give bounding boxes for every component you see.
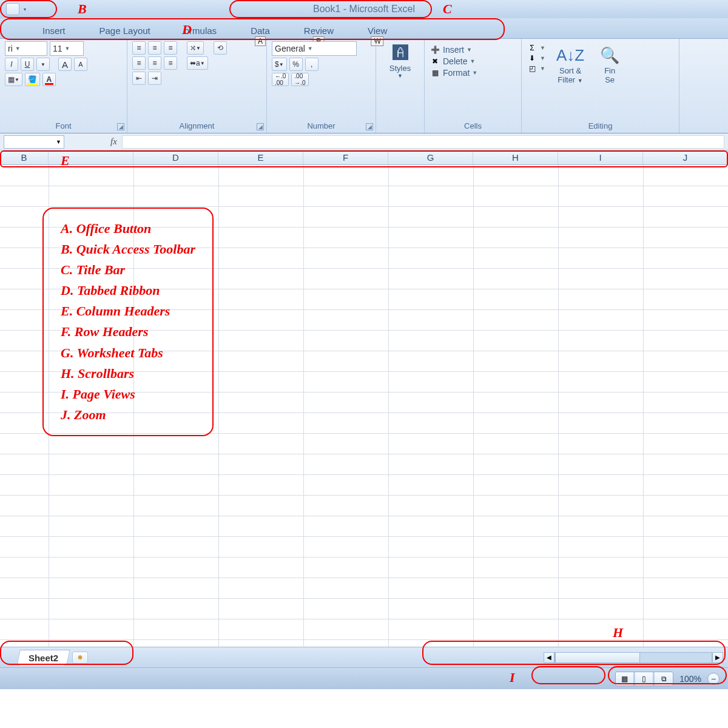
font-name-combo[interactable]: ri▼: [5, 41, 47, 56]
orientation-button[interactable]: ⤭▼: [187, 41, 204, 55]
legend-F: F. Row Headers: [61, 322, 195, 342]
styles-button[interactable]: 🅰 Styles ▼: [381, 41, 419, 81]
group-font: ri▼ 11▼ I U ▼ A A ▦▼ 🪣 A: [0, 39, 127, 133]
fill-button[interactable]: ⬇▼: [527, 54, 545, 62]
autosum-button[interactable]: Σ▼: [527, 44, 545, 52]
anno-circle-I: [531, 666, 605, 684]
anno-circle-A: [0, 0, 57, 18]
anno-C: C: [443, 1, 452, 17]
anno-circle-G: [0, 641, 133, 665]
format-cells-button[interactable]: ▦ Format ▼: [430, 68, 516, 78]
legend-A: A. Office Button: [61, 218, 195, 239]
legend-J: J. Zoom: [61, 405, 195, 425]
bucket-icon: 🪣: [28, 75, 37, 84]
increase-indent-button[interactable]: ⇥: [148, 72, 161, 85]
legend-C: C. Title Bar: [61, 260, 195, 280]
comma-button[interactable]: ,: [305, 58, 318, 71]
decrease-decimal-button[interactable]: .00→.0: [291, 73, 308, 86]
sort-filter-button[interactable]: A↓Z Sort & Filter ▼: [551, 44, 589, 87]
alignment-dialog-launcher[interactable]: ◢: [257, 123, 264, 130]
legend-G: G. Worksheet Tabs: [61, 343, 195, 363]
legend-D: D. Tabbed Ribbon: [61, 280, 195, 301]
worksheet-grid[interactable]: A. Office Button B. Quick Access Toolbar…: [0, 165, 728, 699]
formula-bar: ▼ fx: [0, 133, 728, 150]
format-icon: ▦: [430, 69, 440, 77]
align-bottom-button[interactable]: ≡: [164, 41, 177, 55]
anno-circle-H: [422, 641, 726, 665]
legend-H: H. Scrollbars: [61, 363, 195, 384]
group-editing-label: Editing: [527, 120, 674, 132]
anno-circle-J: [608, 666, 727, 684]
styles-icon: 🅰: [393, 44, 408, 62]
delete-cells-button[interactable]: ✖ Delete ▼: [430, 56, 516, 66]
group-alignment: ≡ ≡ ≡ ⤭▼ ⟲ ≡ ≡ ≡ ⬌a▼ ⇤ ⇥ Alignment ◢: [127, 39, 267, 133]
insert-cells-button[interactable]: ➕ Insert ▼: [430, 45, 516, 55]
anno-B: B: [78, 1, 87, 17]
anno-D: D: [182, 22, 192, 38]
legend-E: E. Column Headers: [61, 301, 195, 322]
group-editing: Σ▼ ⬇▼ ◰▼ A↓Z Sort & Filter ▼ 🔍 Fin Se Ed…: [522, 39, 679, 133]
wrap-text-button[interactable]: ⟲: [214, 41, 227, 55]
fill-color-button[interactable]: 🪣: [25, 73, 40, 86]
shrink-font-button[interactable]: A: [74, 58, 87, 71]
font-color-button[interactable]: A: [42, 73, 56, 86]
delete-icon: ✖: [430, 57, 440, 66]
sort-icon: A↓Z: [556, 46, 584, 65]
number-format-combo[interactable]: General▼: [272, 41, 357, 56]
legend-I: I. Page Views: [61, 384, 195, 405]
align-left-button[interactable]: ≡: [132, 56, 146, 70]
find-select-button[interactable]: 🔍 Fin Se: [595, 44, 624, 87]
anno-H: H: [613, 625, 623, 641]
merge-button[interactable]: ⬌a▼: [187, 56, 208, 70]
fx-label[interactable]: fx: [110, 136, 117, 147]
formula-input[interactable]: [122, 135, 724, 149]
group-cells-label: Cells: [430, 120, 516, 132]
group-number-label: Number: [272, 120, 371, 132]
clear-button[interactable]: ◰▼: [527, 64, 545, 73]
group-font-label: Font: [5, 120, 122, 132]
ribbon: ri▼ 11▼ I U ▼ A A ▦▼ 🪣 A: [0, 39, 728, 133]
name-box[interactable]: ▼: [4, 135, 64, 149]
align-middle-button[interactable]: ≡: [148, 41, 161, 55]
anno-I: I: [510, 670, 515, 686]
align-center-button[interactable]: ≡: [148, 56, 161, 70]
font-size-combo[interactable]: 11▼: [50, 41, 84, 56]
increase-decimal-button[interactable]: ←.0.00: [272, 73, 289, 86]
sigma-icon: Σ: [527, 44, 538, 52]
bottom-filler: [0, 689, 728, 728]
anno-E: E: [61, 153, 70, 169]
currency-button[interactable]: $▼: [272, 58, 287, 71]
percent-button[interactable]: %: [289, 58, 303, 71]
group-number: General▼ $▼ % , ←.0.00 .00→.0 Number ◢: [267, 39, 376, 133]
anno-circle-D: [0, 18, 505, 40]
number-dialog-launcher[interactable]: ◢: [366, 123, 373, 130]
align-right-button[interactable]: ≡: [164, 56, 177, 70]
group-cells: ➕ Insert ▼ ✖ Delete ▼ ▦ Format ▼ Cells: [425, 39, 522, 133]
legend-B: B. Quick Access Toolbar: [61, 239, 195, 260]
anno-circle-E: [0, 150, 728, 167]
group-alignment-label: Alignment: [132, 120, 261, 132]
eraser-icon: ◰: [527, 64, 538, 73]
grow-font-button[interactable]: A: [58, 58, 72, 71]
insert-icon: ➕: [430, 46, 440, 54]
anno-circle-C: [229, 0, 432, 18]
underline-button[interactable]: U: [21, 58, 34, 71]
align-top-button[interactable]: ≡: [132, 41, 146, 55]
decrease-indent-button[interactable]: ⇤: [132, 72, 146, 85]
italic-button[interactable]: I: [5, 58, 18, 71]
legend-box: A. Office Button B. Quick Access Toolbar…: [42, 207, 214, 436]
group-styles: 🅰 Styles ▼: [376, 39, 425, 133]
font-dialog-launcher[interactable]: ◢: [117, 123, 124, 130]
find-icon: 🔍: [600, 46, 619, 65]
border-button[interactable]: ▦▼: [5, 73, 22, 86]
fill-icon: ⬇: [527, 54, 538, 62]
underline-more[interactable]: ▼: [36, 58, 50, 71]
